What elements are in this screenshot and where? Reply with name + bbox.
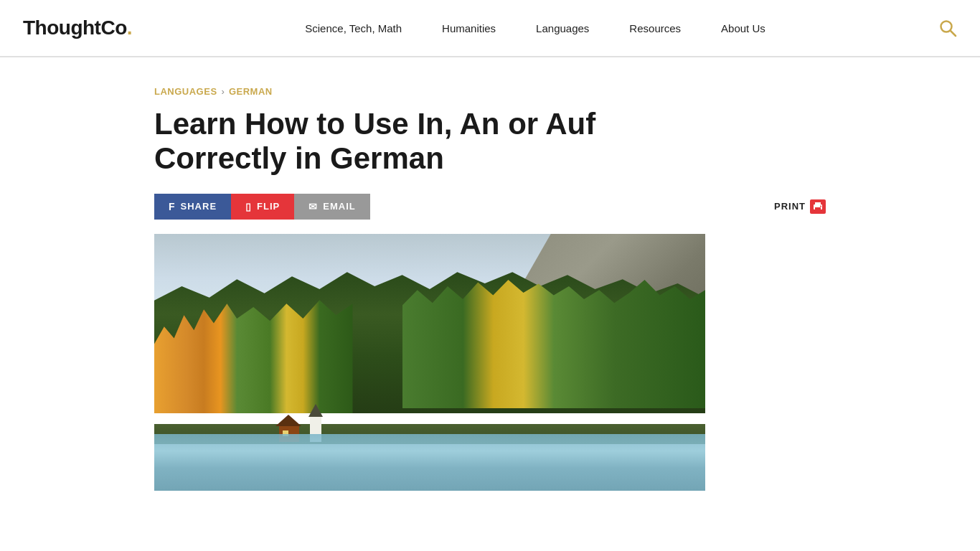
nav-item-languages[interactable]: Languages xyxy=(516,22,609,34)
print-label: PRINT xyxy=(774,201,806,212)
nav-item-about[interactable]: About Us xyxy=(701,22,786,34)
hero-image xyxy=(154,234,705,491)
breadcrumb-separator: › xyxy=(222,86,225,97)
email-icon: ✉ xyxy=(308,201,318,212)
breadcrumb-parent[interactable]: Languages xyxy=(154,86,217,97)
right-trees-layer xyxy=(402,280,705,408)
article-title: Learn How to Use In, An or Auf Correctly… xyxy=(154,107,714,176)
nav-item-resources[interactable]: Resources xyxy=(609,22,701,34)
share-facebook-label: SHARE xyxy=(181,201,217,212)
main-nav: Science, Tech, Math Humanities Languages… xyxy=(132,22,938,34)
search-button[interactable] xyxy=(938,19,957,37)
logo-word: ThoughtCo xyxy=(23,17,127,39)
share-flip-button[interactable]: ▯ FLIP xyxy=(231,194,294,220)
logo-dot: . xyxy=(127,17,132,39)
print-icon xyxy=(810,199,826,214)
breadcrumb-current[interactable]: German xyxy=(229,86,273,97)
site-header: ThoughtCo. Science, Tech, Math Humanitie… xyxy=(0,0,980,57)
share-facebook-button[interactable]: f SHARE xyxy=(154,194,231,220)
main-content: Languages › German Learn How to Use In, … xyxy=(131,57,849,491)
share-email-label: EMAIL xyxy=(323,201,355,212)
nav-item-humanities[interactable]: Humanities xyxy=(422,22,516,34)
share-email-button[interactable]: ✉ EMAIL xyxy=(294,194,369,220)
flip-icon: ▯ xyxy=(245,201,252,212)
breadcrumb: Languages › German xyxy=(154,86,826,97)
logo[interactable]: ThoughtCo. xyxy=(23,17,132,39)
svg-point-5 xyxy=(820,206,821,207)
nav-item-science[interactable]: Science, Tech, Math xyxy=(285,22,422,34)
facebook-icon: f xyxy=(169,201,176,212)
lake-layer xyxy=(154,434,705,491)
print-button[interactable]: PRINT xyxy=(774,199,826,214)
logo-text: ThoughtCo. xyxy=(23,17,132,39)
share-flip-label: FLIP xyxy=(257,201,280,212)
hero-landscape xyxy=(154,234,705,491)
svg-rect-3 xyxy=(815,202,821,205)
search-icon xyxy=(938,19,957,37)
share-buttons: f SHARE ▯ FLIP ✉ EMAIL xyxy=(154,194,370,220)
svg-rect-4 xyxy=(815,207,821,209)
svg-line-1 xyxy=(951,31,956,37)
share-bar: f SHARE ▯ FLIP ✉ EMAIL PRINT xyxy=(154,194,826,220)
